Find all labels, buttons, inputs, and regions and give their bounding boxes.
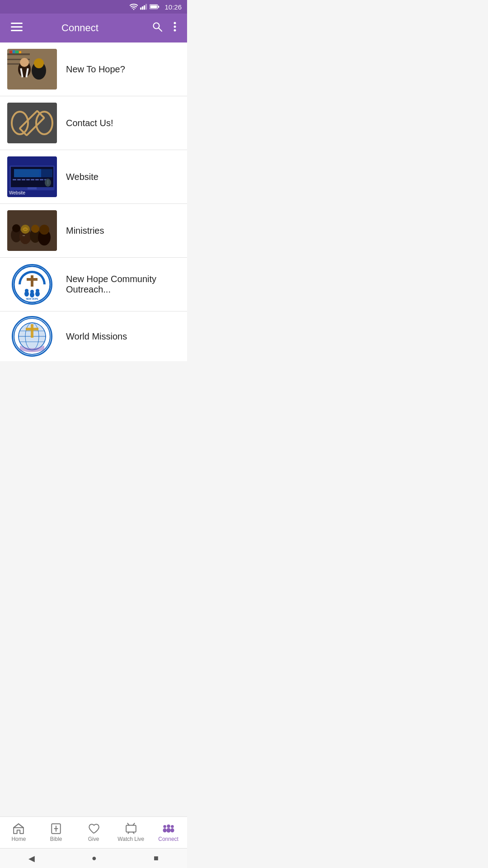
website-thumb-label: Website (9, 190, 25, 195)
svg-rect-3 (144, 5, 145, 10)
more-options-button[interactable] (170, 18, 180, 38)
svg-point-59 (39, 225, 49, 235)
svg-rect-21 (13, 50, 15, 53)
svg-point-25 (20, 58, 29, 67)
svg-rect-47 (39, 169, 52, 177)
svg-point-68 (24, 291, 29, 297)
svg-text:NEW HOPE: NEW HOPE (26, 297, 38, 300)
svg-rect-80 (31, 324, 33, 338)
page-title: Connect (12, 22, 148, 34)
item-label-new-to-hope: New To Hope? (66, 64, 125, 75)
svg-point-14 (174, 26, 176, 28)
status-time: 10:26 (164, 3, 182, 11)
svg-rect-22 (15, 51, 19, 53)
thumb-new-to-hope (7, 49, 57, 90)
app-header: Connect (0, 14, 187, 42)
status-icons: 10:26 (130, 3, 182, 11)
list-item-outreach[interactable]: NEW HOPE New Hope Community Outreach... (0, 258, 187, 311)
svg-rect-43 (35, 179, 39, 180)
svg-rect-4 (145, 4, 147, 10)
thumb-missions (7, 316, 57, 357)
thumb-contact-us (7, 103, 57, 143)
svg-rect-46 (14, 169, 41, 177)
svg-point-54 (21, 225, 30, 234)
search-button[interactable] (148, 18, 166, 38)
list-item-contact-us[interactable]: Contact Us! (0, 96, 187, 150)
svg-point-69 (30, 292, 34, 297)
svg-point-27 (34, 58, 44, 68)
thumb-ministries: ••• (7, 210, 57, 251)
svg-point-70 (35, 291, 40, 297)
svg-rect-7 (150, 5, 157, 8)
battery-icon (150, 4, 160, 10)
signal-icon (140, 4, 147, 10)
list-item-website[interactable]: Website Website (0, 150, 187, 204)
svg-rect-41 (26, 179, 30, 180)
svg-rect-81 (26, 328, 38, 330)
svg-rect-39 (17, 179, 21, 180)
svg-rect-1 (140, 8, 141, 10)
header-actions (148, 18, 180, 38)
svg-rect-23 (19, 51, 21, 53)
svg-text:•••: ••• (23, 234, 25, 237)
svg-rect-6 (158, 6, 159, 8)
svg-rect-20 (9, 51, 12, 53)
svg-rect-42 (31, 179, 34, 180)
item-label-outreach: New Hope Community Outreach... (66, 274, 180, 295)
content-list: New To Hope? Contact Us! (0, 42, 187, 415)
svg-rect-63 (31, 275, 33, 287)
item-label-website: Website (66, 172, 99, 182)
status-bar: 10:26 (0, 0, 187, 14)
svg-rect-30 (7, 103, 57, 143)
list-item-ministries[interactable]: ••• Ministries (0, 204, 187, 258)
svg-rect-17 (7, 53, 30, 55)
svg-point-0 (133, 9, 135, 10)
item-label-ministries: Ministries (66, 226, 104, 236)
svg-rect-40 (22, 179, 25, 180)
svg-point-52 (12, 224, 20, 232)
svg-rect-64 (27, 278, 38, 281)
thumb-website: Website (7, 156, 57, 197)
svg-rect-2 (142, 6, 143, 9)
svg-point-57 (31, 225, 39, 233)
svg-point-15 (174, 29, 176, 32)
item-label-contact-us: Contact Us! (66, 118, 113, 128)
thumb-outreach: NEW HOPE (7, 264, 57, 305)
svg-rect-44 (40, 179, 43, 180)
item-label-world-missions: World Missions (66, 331, 127, 342)
svg-rect-37 (28, 187, 37, 189)
svg-point-13 (174, 22, 176, 24)
svg-line-12 (159, 28, 162, 31)
svg-rect-38 (13, 179, 16, 180)
wifi-icon (130, 4, 138, 10)
list-item-new-to-hope[interactable]: New To Hope? (0, 42, 187, 96)
list-item-world-missions[interactable]: World Missions (0, 311, 187, 361)
